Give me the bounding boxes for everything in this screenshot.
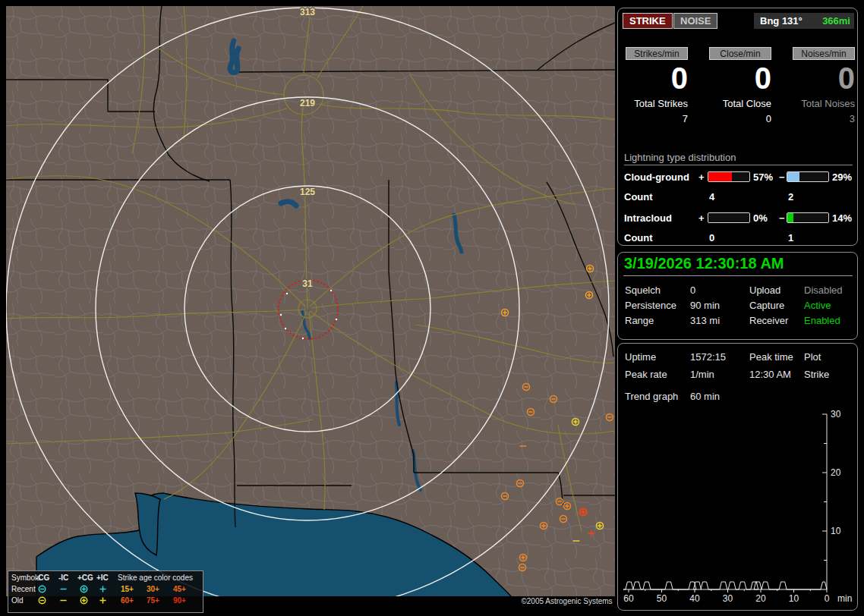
ring-label-219: 219 — [300, 98, 315, 108]
persistence-label: Persistence — [625, 300, 676, 311]
legend-col-pos-cg: +CG — [77, 574, 93, 582]
ring-label-313: 313 — [300, 7, 315, 17]
total-noises-label: Total Noises — [793, 98, 855, 109]
capture-label: Capture — [749, 300, 784, 311]
cg-plus-count: 4 — [709, 191, 714, 203]
peak-rate-row: Peak rate 1/min 12:30 AM Strike — [618, 369, 857, 384]
age-75: 75+ — [147, 596, 159, 605]
uptime-label: Uptime — [625, 351, 656, 363]
strikes-rate-column: Strikes/min 0 Total Strikes 7 — [626, 47, 688, 124]
dist-row-intracloud: Intracloud + 0% − 14% — [624, 212, 851, 225]
legend-row-recent: Recent — [11, 585, 36, 593]
ic-plus-pct: 0% — [753, 212, 768, 224]
legend-row-old: Old — [11, 596, 24, 605]
strike-toggle-button[interactable]: STRIKE — [623, 13, 673, 29]
county-lines — [6, 6, 615, 596]
total-close-label: Total Close — [709, 98, 771, 109]
cloud-ground-label: Cloud-ground — [624, 171, 689, 183]
age-60: 60+ — [121, 596, 134, 605]
noises-per-min-header[interactable]: Noises/min — [793, 47, 855, 60]
svg-text:40: 40 — [689, 593, 700, 604]
cg-plus-pct: 57% — [753, 171, 773, 183]
range-label: Range — [625, 315, 654, 326]
svg-text:10: 10 — [789, 593, 799, 604]
total-strikes-label: Total Strikes — [626, 98, 688, 109]
recent-neg-ic-icon — [58, 584, 68, 594]
uptime-value: 1572:15 — [690, 351, 726, 363]
total-close-value: 0 — [709, 113, 771, 124]
svg-text:20: 20 — [831, 467, 841, 478]
legend-col-neg-ic: -IC — [58, 574, 68, 582]
cg-minus-pct: 29% — [832, 171, 852, 183]
status-row: Squelch 0 Upload Disabled — [618, 284, 857, 300]
recent-pos-cg-icon — [79, 584, 89, 594]
status-panel: 3/19/2026 12:30:18 AM Squelch 0 Upload D… — [617, 252, 858, 340]
close-rate-column: Close/min 0 Total Close 0 — [709, 47, 771, 124]
map-display[interactable]: 313 219 125 31 — [6, 6, 615, 607]
intracloud-label: Intracloud — [624, 212, 672, 224]
ic-minus-pct: 14% — [832, 212, 852, 224]
squelch-value: 0 — [690, 284, 695, 296]
peak-rate-label: Peak rate — [625, 369, 667, 380]
old-pos-cg-icon — [79, 596, 89, 605]
svg-text:50: 50 — [657, 593, 667, 604]
ic-minus-bar — [787, 212, 829, 223]
peak-time-label: Peak time — [749, 351, 793, 363]
svg-text:20: 20 — [755, 593, 766, 604]
persistence-value: 90 min — [690, 300, 720, 311]
upload-label: Upload — [749, 284, 780, 296]
cg-plus-bar — [708, 171, 750, 182]
ic-minus-count: 1 — [788, 232, 793, 244]
svg-text:60: 60 — [623, 593, 634, 604]
minus-sign: − — [779, 212, 785, 224]
age-90: 90+ — [173, 596, 186, 605]
trend-window-value: 60 min — [690, 391, 720, 402]
svg-text:10: 10 — [831, 526, 841, 536]
strikes-per-min-header[interactable]: Strikes/min — [626, 47, 688, 60]
bearing-value: Bng 131° — [754, 15, 803, 27]
receiver-value: Enabled — [804, 315, 840, 326]
ring-label-31: 31 — [302, 278, 313, 289]
map-canvas: 313 219 125 31 — [6, 6, 615, 607]
ring-label-125: 125 — [300, 187, 315, 197]
legend-age-title: Strike age color codes — [118, 574, 193, 582]
plus-sign: + — [698, 212, 705, 224]
plot-value: Strike — [804, 369, 829, 380]
noises-per-min-value: 0 — [793, 61, 855, 95]
legend-col-pos-ic: +IC — [96, 574, 109, 582]
status-row: Persistence 90 min Capture Active — [618, 300, 857, 315]
trend-panel: Uptime 1572:15 Peak time Plot Peak rate … — [617, 343, 858, 611]
noise-toggle-button[interactable]: NOISE — [673, 13, 717, 29]
cg-minus-count: 2 — [788, 191, 793, 203]
cg-count-row: Count 4 2 — [624, 191, 851, 203]
distance-value: 366mi — [822, 13, 850, 29]
divider — [623, 275, 853, 276]
strikes-per-min-value: 0 — [626, 61, 688, 95]
ic-plus-bar — [708, 212, 750, 223]
age-45: 45+ — [173, 585, 186, 593]
age-15: 15+ — [121, 585, 134, 593]
trend-graph: 3020106050403020100min — [619, 401, 858, 611]
squelch-label: Squelch — [625, 284, 661, 296]
close-per-min-value: 0 — [709, 61, 771, 95]
uptime-row: Uptime 1572:15 Peak time Plot — [618, 351, 857, 366]
strike-stats-panel: STRIKE NOISE Bng 131° 366mi Strikes/min … — [617, 8, 858, 246]
svg-text:30: 30 — [831, 409, 841, 420]
old-pos-ic-icon — [98, 596, 108, 605]
plus-sign: + — [698, 171, 705, 183]
total-noises-value: 3 — [793, 113, 855, 124]
upload-value: Disabled — [804, 284, 843, 296]
map-legend: Symbols -CG -IC +CG +IC Strike age color… — [8, 570, 203, 613]
peak-rate-value: 1/min — [690, 369, 714, 380]
minus-sign: − — [779, 171, 785, 183]
cg-minus-bar — [787, 171, 829, 182]
close-per-min-header[interactable]: Close/min — [709, 47, 771, 60]
noises-rate-column: Noises/min 0 Total Noises 3 — [793, 47, 855, 124]
ic-count-row: Count 0 1 — [624, 232, 851, 244]
distribution-title: Lightning type distribution — [624, 152, 853, 165]
old-neg-cg-icon — [37, 596, 47, 605]
ic-plus-count: 0 — [709, 232, 714, 244]
recent-pos-ic-icon — [98, 584, 108, 594]
plot-label: Plot — [804, 351, 821, 363]
trend-graph-label: Trend graph — [625, 391, 678, 402]
